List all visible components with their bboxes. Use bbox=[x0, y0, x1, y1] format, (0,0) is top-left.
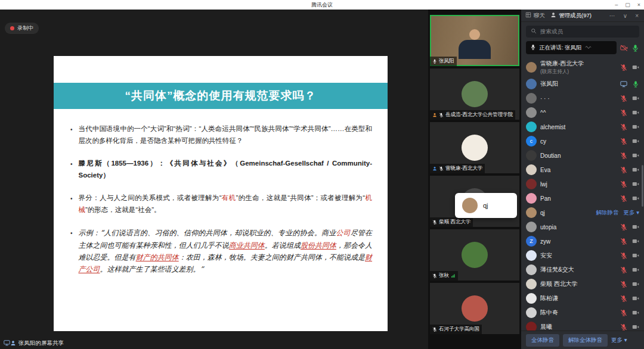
mic-muted-icon[interactable] bbox=[620, 109, 627, 116]
mic-muted-icon[interactable] bbox=[620, 195, 627, 202]
camera-icon[interactable] bbox=[632, 281, 639, 288]
mic-muted-icon[interactable] bbox=[620, 323, 627, 331]
footer-more-button[interactable]: 更多 ▾ bbox=[611, 336, 627, 344]
mute-all-button[interactable]: 全体静音 bbox=[526, 334, 559, 347]
camera-icon[interactable] bbox=[632, 109, 639, 116]
member-row[interactable]: Pan bbox=[521, 191, 644, 205]
video-thumbnail[interactable]: 石河子大学高向国 bbox=[430, 283, 519, 334]
mic-muted-icon[interactable] bbox=[620, 252, 627, 259]
thumbnail-label: 雷晓康-西北大学 bbox=[430, 164, 485, 173]
camera-icon[interactable] bbox=[632, 252, 639, 259]
member-row[interactable]: ccy bbox=[521, 134, 644, 148]
side-panel: 聊天 管理成员(97) ⋯ ∨ × 搜索成员 正在讲话: 张凤阳 bbox=[521, 10, 644, 349]
mic-icon bbox=[432, 59, 437, 64]
avatar bbox=[526, 207, 537, 218]
text-segment: 公司 bbox=[336, 229, 350, 237]
mic-on-icon[interactable] bbox=[632, 80, 639, 88]
member-name: 薄佳梵&交大 bbox=[540, 266, 617, 274]
bullet-text: 滕尼斯（1855—1936）：《共同体与社会》（Gemeinschaf-Gese… bbox=[79, 158, 372, 181]
unmute-all-button[interactable]: 解除全体静音 bbox=[563, 334, 608, 347]
unmute-button[interactable]: 解除静音 bbox=[596, 209, 619, 217]
member-row[interactable]: alchemist bbox=[521, 120, 644, 134]
member-row[interactable]: ^^ bbox=[521, 105, 644, 120]
camera-icon[interactable] bbox=[632, 323, 639, 331]
member-row[interactable]: 张凤阳 bbox=[521, 77, 644, 91]
member-row[interactable]: Doutian bbox=[521, 148, 644, 163]
member-controls bbox=[620, 152, 639, 159]
row-more-button[interactable]: 更多 ▾ bbox=[624, 209, 639, 217]
close-icon[interactable]: × bbox=[637, 0, 640, 10]
member-row[interactable]: 陈中奇 bbox=[521, 306, 644, 320]
slide-bullet: •滕尼斯（1855—1936）：《共同体与社会》（Gemeinschaf-Ges… bbox=[70, 158, 372, 181]
tab-chat[interactable]: 聊天 bbox=[525, 12, 545, 20]
more-icon[interactable]: ⋯ bbox=[608, 13, 617, 19]
member-row[interactable]: 安安 bbox=[521, 248, 644, 263]
camera-icon[interactable] bbox=[632, 195, 639, 202]
mic-muted-icon[interactable] bbox=[620, 166, 627, 173]
camera-off-icon[interactable] bbox=[620, 44, 628, 52]
camera-icon[interactable] bbox=[632, 152, 639, 159]
camera-icon[interactable] bbox=[632, 238, 639, 245]
avatar bbox=[526, 79, 537, 89]
panel-close-icon[interactable]: × bbox=[634, 13, 640, 19]
mic-muted-icon[interactable] bbox=[620, 309, 627, 316]
mic-muted-icon[interactable] bbox=[620, 152, 627, 159]
member-row[interactable]: · · · bbox=[521, 91, 644, 105]
member-row[interactable]: 雷晓康-西北大学(联席主持人) bbox=[521, 58, 644, 77]
avatar bbox=[462, 81, 488, 107]
video-thumbnail[interactable]: 雷晓康-西北大学 bbox=[430, 122, 519, 173]
video-thumbnail[interactable]: 张秋 bbox=[430, 229, 519, 281]
member-row[interactable]: utopia bbox=[521, 220, 644, 234]
member-row[interactable]: Zzyw bbox=[521, 234, 644, 248]
video-thumbnail[interactable]: 张凤阳 bbox=[430, 15, 519, 66]
mic-muted-icon[interactable] bbox=[620, 138, 627, 145]
member-row[interactable]: qj解除静音更多 ▾ bbox=[521, 205, 644, 220]
tab-members[interactable]: 管理成员(97) bbox=[550, 12, 592, 20]
avatar bbox=[526, 107, 537, 118]
recording-indicator[interactable]: 录制中 bbox=[5, 23, 39, 34]
mic-muted-icon[interactable] bbox=[620, 95, 627, 102]
mic-muted-icon[interactable] bbox=[620, 238, 627, 245]
camera-icon[interactable] bbox=[632, 166, 639, 173]
member-row[interactable]: lwj bbox=[521, 177, 644, 191]
avatar bbox=[526, 293, 537, 304]
video-thumbnail[interactable]: 岳成浩-西北大学公共管理学院 bbox=[430, 68, 519, 120]
camera-icon[interactable] bbox=[632, 223, 639, 230]
mic-muted-icon[interactable] bbox=[620, 123, 627, 130]
camera-icon[interactable] bbox=[632, 138, 639, 145]
text-segment: 。这样就产生了某些语义差别。” bbox=[100, 265, 204, 273]
mic-muted-icon[interactable] bbox=[620, 266, 627, 273]
member-row[interactable]: Eva bbox=[521, 163, 644, 177]
member-row[interactable]: 陈柏谦 bbox=[521, 291, 644, 306]
thumbnail-name: 雷晓康-西北大学 bbox=[445, 165, 482, 172]
search-placeholder: 搜索成员 bbox=[540, 28, 563, 36]
bullet-marker-icon: • bbox=[70, 158, 73, 181]
app-window: 腾讯会议 – ▢ × 录制中 “共同体”概念的使用有规范要求吗？ •当代中国语境… bbox=[0, 0, 644, 349]
mic-muted-icon[interactable] bbox=[620, 281, 627, 288]
mic-on-icon[interactable] bbox=[631, 44, 639, 52]
maximize-icon[interactable]: ▢ bbox=[625, 0, 630, 10]
member-row[interactable]: 晨曦 bbox=[521, 320, 644, 331]
screen-share-icon[interactable] bbox=[620, 80, 627, 88]
mic-muted-icon[interactable] bbox=[620, 223, 627, 230]
mic-muted-icon[interactable] bbox=[620, 64, 627, 71]
member-row[interactable]: 柴顺 西北大学 bbox=[521, 277, 644, 291]
minimize-icon[interactable]: – bbox=[615, 0, 618, 10]
collapse-icon[interactable]: ∨ bbox=[622, 13, 628, 19]
camera-icon[interactable] bbox=[632, 95, 639, 102]
camera-icon[interactable] bbox=[632, 180, 639, 188]
camera-icon[interactable] bbox=[632, 64, 639, 71]
camera-icon[interactable] bbox=[632, 266, 639, 273]
camera-icon[interactable] bbox=[632, 295, 639, 302]
scrollbar[interactable] bbox=[642, 165, 643, 207]
presenter-icon bbox=[10, 340, 16, 346]
mic-muted-icon[interactable] bbox=[620, 180, 627, 188]
mic-muted-icon[interactable] bbox=[620, 295, 627, 302]
member-controls bbox=[620, 166, 639, 173]
recording-label: 录制中 bbox=[17, 24, 33, 32]
camera-icon[interactable] bbox=[632, 309, 639, 316]
member-row[interactable]: 薄佳梵&交大 bbox=[521, 263, 644, 277]
search-input[interactable]: 搜索成员 bbox=[526, 26, 639, 38]
camera-icon[interactable] bbox=[632, 123, 639, 130]
screen-share-icon bbox=[4, 339, 10, 346]
